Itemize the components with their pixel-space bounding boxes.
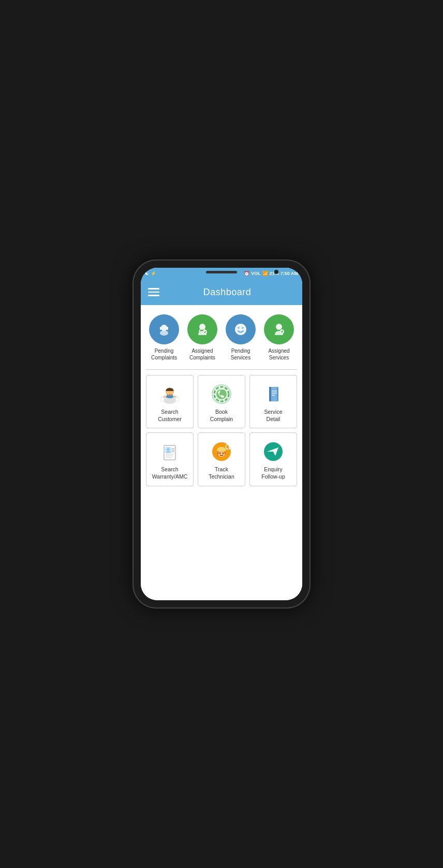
technician-icon — [195, 322, 210, 337]
headset-icon — [156, 322, 172, 337]
search-warranty-label: SearchWarranty/AMC — [152, 466, 187, 480]
phone-speaker — [206, 271, 237, 273]
svg-rect-3 — [167, 327, 168, 330]
hamburger-line-3 — [148, 295, 159, 296]
search-customer-icon — [158, 383, 181, 406]
time-display: 7:50 AM — [280, 271, 298, 276]
service-detail-label: ServiceDetail — [264, 409, 282, 423]
phone-frame: ☯ ⚡ ⏰ VOL 📶 21% 7:50 AM Dashboard — [134, 261, 309, 607]
pending-services-button[interactable]: PendingServices — [223, 314, 259, 361]
track-technician-icon — [210, 440, 233, 463]
smile-icon — [233, 322, 248, 337]
search-warranty-icon — [158, 440, 181, 463]
assigned-complaints-label: AssignedComplaints — [189, 348, 215, 361]
book-complain-button[interactable]: 24/7 BookComplain — [198, 375, 245, 428]
phone-camera — [274, 270, 278, 274]
page-title: Dashboard — [159, 287, 295, 298]
assigned-complaints-icon — [187, 314, 217, 344]
service-tech-icon — [271, 322, 287, 337]
pending-complaints-label: PendingComplaints — [151, 348, 177, 361]
alarm-icon: ⏰ — [244, 271, 249, 276]
enquiry-followup-label: EnquiryFollow-up — [261, 466, 285, 480]
pending-complaints-icon — [149, 314, 179, 344]
svg-rect-2 — [160, 327, 161, 330]
svg-point-45 — [223, 453, 224, 454]
app-header: Dashboard — [141, 279, 302, 305]
pending-services-label: PendingServices — [231, 348, 250, 361]
enquiry-followup-button[interactable]: EnquiryFollow-up — [249, 432, 297, 486]
svg-point-9 — [238, 327, 240, 329]
svg-point-8 — [235, 324, 246, 335]
assigned-services-button[interactable]: AssignedServices — [261, 314, 297, 361]
network-icon: VOL — [251, 271, 261, 276]
book-complain-icon: 24/7 — [210, 383, 233, 406]
svg-rect-25 — [269, 387, 271, 401]
hamburger-line-2 — [148, 292, 159, 293]
enquiry-followup-icon — [262, 440, 285, 463]
svg-point-11 — [276, 324, 282, 330]
svg-rect-17 — [161, 397, 164, 401]
menu-grid: SearchCustomer — [141, 375, 302, 494]
pending-services-icon — [226, 314, 256, 344]
svg-point-31 — [167, 448, 170, 451]
svg-point-48 — [229, 445, 230, 447]
svg-point-21 — [216, 389, 227, 399]
svg-point-43 — [224, 451, 226, 454]
svg-point-1 — [160, 330, 168, 336]
svg-point-10 — [242, 327, 244, 329]
pending-complaints-button[interactable]: PendingComplaints — [146, 314, 182, 361]
status-right-icons: ⏰ VOL 📶 21% 7:50 AM — [244, 271, 298, 276]
track-technician-button[interactable]: TrackTechnician — [198, 432, 245, 486]
top-icons-row: PendingComplaints AssignedComplai — [141, 305, 302, 367]
assigned-services-label: AssignedServices — [268, 348, 289, 361]
menu-button[interactable] — [148, 288, 159, 296]
search-customer-label: SearchCustomer — [158, 409, 182, 423]
svg-point-42 — [217, 451, 219, 454]
svg-point-0 — [161, 325, 167, 331]
svg-text:24/7: 24/7 — [219, 387, 224, 390]
book-complain-label: BookComplain — [210, 409, 233, 423]
service-detail-button[interactable]: ServiceDetail — [249, 375, 297, 428]
svg-rect-18 — [175, 397, 179, 401]
svg-point-44 — [219, 453, 220, 454]
wifi-icon: ☯ — [145, 271, 149, 276]
main-content: PendingComplaints AssignedComplai — [141, 305, 302, 600]
status-left-icons: ☯ ⚡ — [145, 271, 156, 276]
search-customer-button[interactable]: SearchCustomer — [146, 375, 194, 428]
svg-rect-24 — [271, 387, 277, 401]
assigned-services-icon — [264, 314, 294, 344]
phone-screen: ☯ ⚡ ⏰ VOL 📶 21% 7:50 AM Dashboard — [141, 268, 302, 600]
hamburger-line-1 — [148, 288, 159, 290]
service-detail-icon — [262, 383, 285, 406]
sim-icon: 📶 — [262, 271, 268, 276]
section-divider — [146, 369, 297, 370]
search-warranty-button[interactable]: SearchWarranty/AMC — [146, 432, 194, 486]
status-bar: ☯ ⚡ ⏰ VOL 📶 21% 7:50 AM — [141, 268, 302, 279]
track-technician-label: TrackTechnician — [209, 466, 234, 480]
usb-icon: ⚡ — [151, 271, 156, 276]
assigned-complaints-button[interactable]: AssignedComplaints — [184, 314, 220, 361]
